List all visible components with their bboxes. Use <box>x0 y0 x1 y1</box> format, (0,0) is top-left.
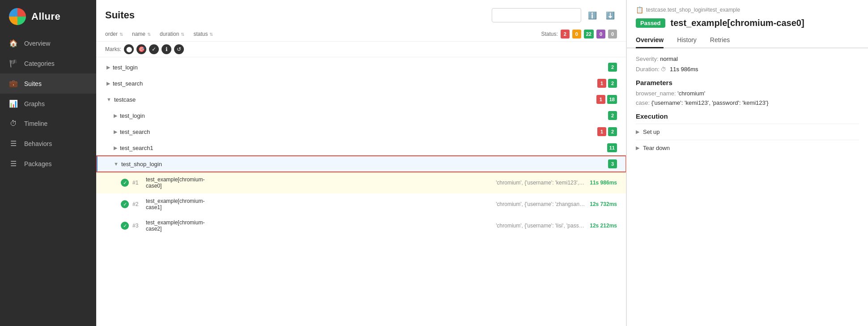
sidebar-item-categories[interactable]: 🏴 Categories <box>0 53 96 73</box>
suite-row-testcase-login[interactable]: ▶ test_login 2 <box>96 107 626 124</box>
tab-retries[interactable]: Retries <box>710 33 730 48</box>
search-input[interactable] <box>492 8 581 22</box>
suites-title: Suites <box>105 9 135 21</box>
tabs-row: Overview History Retries <box>627 33 868 48</box>
sidebar-item-suites[interactable]: 💼 Suites <box>0 73 96 94</box>
sidebar-item-label-suites: Suites <box>24 80 42 87</box>
duration-label: Duration: <box>636 66 660 73</box>
status-count-orange[interactable]: 0 <box>572 30 581 39</box>
download-icon[interactable]: ⬇️ <box>604 9 617 22</box>
info-icon[interactable]: ℹ️ <box>586 9 599 22</box>
suite-badges: 1 2 <box>597 79 617 88</box>
suite-row-test-login[interactable]: ▶ test_login 2 <box>96 59 626 75</box>
col-order[interactable]: order ⇅ <box>105 31 123 37</box>
timeline-icon: ⏱ <box>9 120 18 128</box>
suite-list: ▶ test_login 2 ▶ test_search 1 2 ▼ testc… <box>96 57 626 326</box>
col-name[interactable]: name ⇅ <box>132 31 151 37</box>
test-duration-1: 11s 986ms <box>590 180 617 186</box>
param-key-0: browser_name: <box>636 90 676 97</box>
sidebar-nav: 🏠 Overview 🏴 Categories 💼 Suites 📊 Graph… <box>0 33 96 174</box>
col-status[interactable]: status ⇅ <box>193 31 213 37</box>
tab-overview-label: Overview <box>636 36 664 43</box>
badge-red: 1 <box>597 79 606 88</box>
col-duration[interactable]: duration ⇅ <box>160 31 184 37</box>
details-section: Severity: normal Duration: ⏱ 11s 986ms P… <box>627 48 868 163</box>
tab-history[interactable]: History <box>677 33 697 48</box>
suite-row-testcase-search1[interactable]: ▶ test_search1 11 <box>96 140 626 156</box>
test-row-1[interactable]: ✓ #1 test_example[chromium-case0] 'chrom… <box>96 172 626 193</box>
tab-overview[interactable]: Overview <box>636 33 664 48</box>
mark-icon-1[interactable]: ⬤ <box>124 44 134 54</box>
badge-green: 2 <box>608 63 617 72</box>
status-count-red[interactable]: 2 <box>561 30 570 39</box>
test-title-row: Passed test_example[chromium-case0] <box>627 16 868 33</box>
duration-value: 11s 986ms <box>670 66 698 73</box>
suite-badges: 2 <box>608 111 617 120</box>
test-status-icon-3: ✓ <box>121 222 129 230</box>
sidebar-item-behaviors[interactable]: ☰ Behaviors <box>0 133 96 154</box>
logo-icon <box>9 8 26 25</box>
status-count-green[interactable]: 22 <box>584 30 594 39</box>
exec-teardown[interactable]: ▶ Tear down <box>636 140 859 156</box>
severity-value: normal <box>660 56 678 62</box>
param-key-1: case: <box>636 99 650 106</box>
overview-icon: 🏠 <box>9 39 18 47</box>
param-val-0: 'chromium' <box>677 90 705 97</box>
test-status-icon-1: ✓ <box>121 179 129 187</box>
test-duration-3: 12s 212ms <box>590 223 617 229</box>
test-num-2: #2 <box>132 201 143 207</box>
chevron-icon: ▶ <box>106 64 110 70</box>
suite-badges: 3 <box>608 159 617 168</box>
test-status-icon-2: ✓ <box>121 200 129 208</box>
test-name-1: test_example[chromium-case0] <box>146 176 496 189</box>
badge-green: 2 <box>608 127 617 136</box>
suite-badges: 11 <box>607 143 617 152</box>
sidebar-item-overview[interactable]: 🏠 Overview <box>0 33 96 53</box>
col-name-label: name <box>132 31 145 37</box>
sidebar-item-packages[interactable]: ☰ Packages <box>0 154 96 174</box>
suite-badges: 2 <box>608 63 617 72</box>
marks-label: Marks: <box>105 46 121 52</box>
param-row-1: case: {'username': 'kemi123', 'password'… <box>636 99 859 106</box>
param-val-1: {'username': 'kemi123', 'password': 'kem… <box>651 99 769 106</box>
exec-setup[interactable]: ▶ Set up <box>636 124 859 140</box>
test-num-1: #1 <box>132 180 143 186</box>
test-params-2: 'chromium', {'username': 'zhangsan', 'pa… <box>496 201 585 207</box>
duration-row: Duration: ⏱ 11s 986ms <box>636 66 859 73</box>
suites-panel: Suites ℹ️ ⬇️ order ⇅ name ⇅ duration ⇅ s… <box>96 0 626 326</box>
badge-green: 2 <box>608 111 617 120</box>
passed-badge: Passed <box>636 18 665 28</box>
suite-name: test_shop_login <box>121 161 608 167</box>
chevron-icon: ▶ <box>114 113 117 119</box>
status-label: Status: <box>541 31 557 37</box>
sidebar-item-graphs[interactable]: 📊 Graphs <box>0 94 96 114</box>
test-name-3: test_example[chromium-case2] <box>146 219 496 232</box>
sidebar-item-label-graphs: Graphs <box>24 100 45 107</box>
status-count-gray[interactable]: 0 <box>608 30 617 39</box>
suite-row-testcase[interactable]: ▼ testcase 1 18 <box>96 91 626 107</box>
mark-icon-4[interactable]: ℹ <box>162 44 171 54</box>
sidebar-item-label-behaviors: Behaviors <box>24 140 52 147</box>
badge-green: 2 <box>608 79 617 88</box>
chevron-icon: ▶ <box>114 145 117 151</box>
sidebar-item-timeline[interactable]: ⏱ Timeline <box>0 114 96 133</box>
chevron-icon: ▶ <box>114 129 117 135</box>
marks-row: Marks: ⬤ 🎯 ✓ ℹ ↺ <box>96 42 626 57</box>
test-row-2[interactable]: ✓ #2 test_example[chromium-case1] 'chrom… <box>96 193 626 215</box>
suite-row-testcase-search[interactable]: ▶ test_search 1 2 <box>96 124 626 140</box>
mark-icon-2[interactable]: 🎯 <box>136 44 146 54</box>
suite-name: test_search1 <box>120 145 607 151</box>
mark-icon-5[interactable]: ↺ <box>174 44 184 54</box>
suite-name: test_login <box>113 64 608 71</box>
col-status-label: status <box>193 31 208 37</box>
test-name-2: test_example[chromium-case1] <box>146 198 496 210</box>
mark-icon-3[interactable]: ✓ <box>149 44 159 54</box>
suite-badges: 1 2 <box>597 127 617 136</box>
suite-row-test-search[interactable]: ▶ test_search 1 2 <box>96 75 626 91</box>
status-count-purple[interactable]: 0 <box>596 30 605 39</box>
suite-row-test-shop-login[interactable]: ▼ test_shop_login 3 <box>96 156 626 172</box>
testcase-path-text: testcase.test_shop_login#test_example <box>646 7 740 13</box>
test-row-3[interactable]: ✓ #3 test_example[chromium-case2] 'chrom… <box>96 215 626 236</box>
col-order-arrow: ⇅ <box>119 32 123 37</box>
badge-red: 1 <box>596 95 605 104</box>
